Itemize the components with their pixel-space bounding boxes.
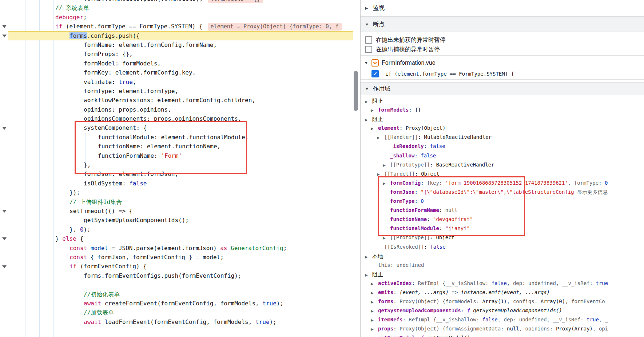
- expand-arrow-icon[interactable]: ▶: [371, 297, 378, 306]
- code-line[interactable]: debugger;: [0, 13, 353, 22]
- code-line[interactable]: forms.formEventConfigs.push(formEventCon…: [0, 271, 353, 280]
- scope-tree-row[interactable]: _shallow: false: [361, 151, 644, 160]
- scope-tree-row[interactable]: ▶[[Handler]]: MutableReactiveHandler: [361, 133, 644, 142]
- expand-arrow-icon[interactable]: ▶: [371, 306, 378, 315]
- scope-tree-row[interactable]: ▶formConfig: {key: 'form_190016868572830…: [361, 178, 644, 188]
- pause-on-caught-checkbox[interactable]: [365, 46, 372, 53]
- code-line[interactable]: opinionsComponents: props.opinionsCompon…: [0, 114, 353, 123]
- expand-arrow-icon[interactable]: ▶: [377, 170, 384, 178]
- code-line[interactable]: await createFormEvent(formEventConfig, f…: [0, 299, 353, 308]
- expand-arrow-icon[interactable]: ▶: [371, 334, 378, 337]
- scope-tree-row[interactable]: functionFormName: null: [361, 206, 644, 215]
- scope-tree-row[interactable]: functionName: "devgaofirst": [361, 215, 644, 224]
- code-line[interactable]: setTimeout(() => {: [0, 206, 353, 216]
- expand-arrow-icon[interactable]: ▶: [383, 179, 390, 188]
- scope-tree-row[interactable]: this: undefined: [361, 261, 644, 270]
- code-line[interactable]: formProps: {},: [0, 49, 353, 59]
- pause-on-caught-exceptions-row[interactable]: 在抛出捕获的异常时暂停: [361, 45, 644, 54]
- scope-tree-row[interactable]: ▶itemRefs: RefImpl {__v_isShallow: false…: [361, 315, 644, 324]
- expand-arrow-icon[interactable]: ▶: [365, 252, 372, 261]
- code-line[interactable]: systemComponent: {: [0, 123, 353, 132]
- code-line[interactable]: } else {: [0, 234, 353, 243]
- code-line[interactable]: //初始化表单: [0, 290, 353, 299]
- code-line[interactable]: formModel: formModels,: [0, 59, 353, 68]
- pane-divider[interactable]: [360, 0, 361, 337]
- code-line[interactable]: functionName: element.functionName,: [0, 142, 353, 151]
- expand-arrow-icon[interactable]: ▶: [371, 316, 378, 324]
- expand-arrow-icon[interactable]: ▶: [377, 133, 384, 142]
- code-line[interactable]: if (element.formType == FormType.SYSTEM)…: [0, 22, 353, 31]
- code-line[interactable]: [0, 280, 353, 289]
- breakpoint-file-group[interactable]: ▼ <> FormInformation.vue: [361, 58, 644, 68]
- expand-arrow-icon[interactable]: ▶: [371, 325, 378, 333]
- scope-tree-row[interactable]: formJson: "{\"databaseId\":\"master\",\"…: [361, 188, 644, 197]
- fold-toggle-icon[interactable]: [2, 25, 7, 28]
- breakpoint-entry[interactable]: ✓ if (element.formType == FormType.SYSTE…: [361, 69, 644, 79]
- scope-tree-row[interactable]: [[IsRevoked]]: false: [361, 242, 644, 252]
- pause-on-uncaught-exceptions-row[interactable]: 在抛出未捕获的异常时暂停: [361, 35, 644, 45]
- fold-toggle-icon[interactable]: [2, 35, 7, 37]
- code-line[interactable]: isOldSystem: false: [0, 179, 353, 188]
- code-line[interactable]: const { formJson, formEventConfig } = mo…: [0, 253, 353, 262]
- scope-section-header[interactable]: ▼ 作用域: [361, 82, 644, 95]
- expand-arrow-icon[interactable]: ▶: [371, 288, 378, 297]
- scope-tree-row[interactable]: ▶本地: [361, 252, 644, 261]
- expand-arrow-icon[interactable]: ▶: [383, 233, 390, 242]
- scope-tree-row[interactable]: ▶emits: (event, ...args) => instance.emi…: [361, 288, 644, 297]
- code-line[interactable]: if (formEventConfig) {: [0, 262, 353, 271]
- scope-tree-row[interactable]: ▶props: Proxy(Object) {formAssignmentDat…: [361, 324, 644, 333]
- code-line[interactable]: formType: element.formType,: [0, 87, 353, 96]
- scrollbar-thumb[interactable]: [354, 71, 358, 111]
- scope-tree-row[interactable]: ▶阻止: [361, 270, 644, 279]
- scope-tree-row[interactable]: ▶forms: Proxy(Object) {formModels: Array…: [361, 297, 644, 306]
- code-line[interactable]: formKey: element.formConfig.key,: [0, 68, 353, 77]
- expand-arrow-icon[interactable]: ▶: [383, 161, 390, 169]
- code-line[interactable]: functionalModule: element.functionalModu…: [0, 133, 353, 142]
- code-lines[interactable]: forms.formModels.push(formModels);formMo…: [0, 0, 353, 337]
- scope-tree-row[interactable]: ▶[[Prototype]]: BaseReactiveHandler: [361, 160, 644, 169]
- breakpoints-section-header[interactable]: ▼ 断点: [361, 17, 644, 32]
- code-line[interactable]: //加载表单: [0, 308, 353, 317]
- code-line[interactable]: },: [0, 160, 353, 169]
- code-line[interactable]: // 系统表单: [0, 3, 353, 12]
- code-line[interactable]: functionFormName: 'Form': [0, 151, 353, 160]
- scope-tree-row[interactable]: ▶setFormModel: ƒ setFormModel(): [361, 333, 644, 337]
- fold-toggle-icon[interactable]: [2, 210, 7, 213]
- code-line[interactable]: getSystemUploadComponentIds();: [0, 216, 353, 225]
- expand-arrow-icon[interactable]: ▶: [371, 106, 378, 115]
- code-line[interactable]: opinions: props.opinions,: [0, 105, 353, 114]
- fold-toggle-icon[interactable]: [2, 265, 7, 268]
- execution-line[interactable]: forms.configs.push({: [8, 31, 353, 40]
- code-line[interactable]: [0, 326, 353, 336]
- source-editor-pane[interactable]: forms.formModels.push(formModels);formMo…: [0, 0, 353, 337]
- scope-tree-row[interactable]: ▶activeIndex: RefImpl {__v_isShallow: fa…: [361, 279, 644, 288]
- fold-toggle-icon[interactable]: [2, 237, 7, 240]
- expand-arrow-icon[interactable]: ▶: [371, 124, 378, 133]
- fold-toggle-icon[interactable]: [2, 127, 7, 130]
- code-line[interactable]: formName: element.formConfig.formName,: [0, 40, 353, 49]
- show-more-link[interactable]: 显示更多信息: [574, 189, 608, 195]
- code-line[interactable]: });: [0, 188, 353, 197]
- code-line[interactable]: // 上传组件Id集合: [0, 197, 353, 206]
- scope-tree-row[interactable]: _isReadonly: false: [361, 142, 644, 151]
- code-line[interactable]: const model = JSON.parse(element.formJso…: [0, 244, 353, 253]
- scope-tree-row[interactable]: ▶element: Proxy(Object): [361, 124, 644, 133]
- code-line[interactable]: validate: true,: [0, 77, 353, 87]
- scope-tree-row[interactable]: ▶[[Target]]: Object: [361, 169, 644, 178]
- code-line[interactable]: await loadFormEvent(formEventConfig, for…: [0, 317, 353, 326]
- scope-tree-row[interactable]: functionalModule: "jianyi": [361, 224, 644, 233]
- expand-arrow-icon[interactable]: ▶: [365, 97, 372, 105]
- scope-tree-row[interactable]: ▶formModels: {}: [361, 105, 644, 115]
- pause-on-uncaught-checkbox[interactable]: [365, 36, 372, 44]
- scope-tree-row[interactable]: formType: 0: [361, 197, 644, 206]
- vertical-scrollbar[interactable]: [353, 0, 358, 337]
- code-line[interactable]: forms.formModels.push(formModels);formMo…: [0, 0, 353, 3]
- expand-arrow-icon[interactable]: ▶: [365, 115, 372, 124]
- scope-tree-row[interactable]: ▶阻止: [361, 115, 644, 124]
- scope-tree-row[interactable]: ▶[[Prototype]]: Object: [361, 233, 644, 242]
- code-line[interactable]: //TODO: 暂不放开 工作流没有获取表单数据这个步骤 获取表单数据: [0, 336, 353, 337]
- watch-section-header[interactable]: ▶ 监视: [361, 0, 644, 17]
- scope-tree-row[interactable]: ▶getSystemUploadComponentIds: ƒ getSyste…: [361, 306, 644, 315]
- expand-arrow-icon[interactable]: ▶: [371, 279, 378, 288]
- scope-tree-row[interactable]: ▶阻止: [361, 96, 644, 105]
